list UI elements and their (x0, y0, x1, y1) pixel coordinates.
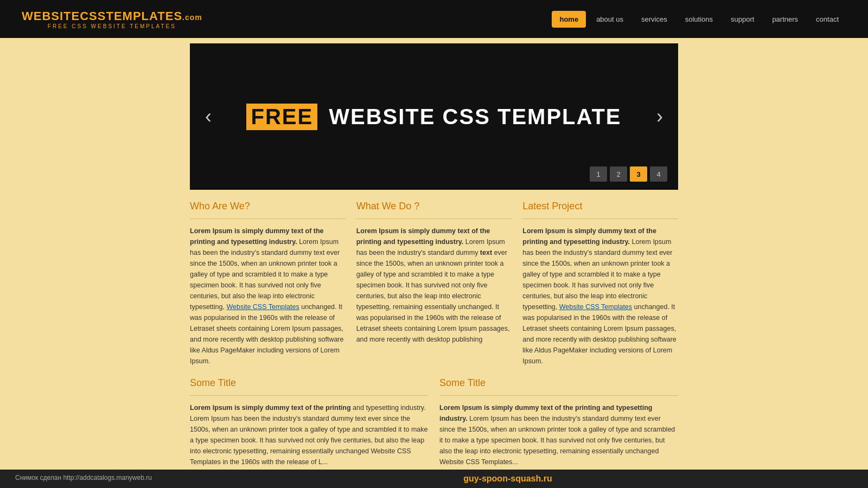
col-link-latest-project[interactable]: Website CSS Templates (559, 303, 632, 311)
col-section-who-are-we: Who Are We?Lorem Ipsum is simply dummy t… (190, 201, 346, 367)
slider-prev-button[interactable]: ‹ (195, 100, 221, 133)
logo-title: WEBSITECSSTEMPLATES.com (22, 9, 202, 23)
slider-free-label: FREE (246, 104, 317, 130)
nav-item-partners[interactable]: partners (764, 11, 806, 28)
slider-dot-4[interactable]: 4 (650, 166, 667, 182)
nav-item-home[interactable]: home (552, 11, 586, 28)
bottom-divider-some-title-1 (190, 395, 429, 396)
bottom-section-some-title-1: Some TitleLorem Ipsum is simply dummy te… (190, 377, 429, 467)
main-wrapper: ‹ FREE WEBSITE CSS TEMPLATE › 1234 Who A… (190, 38, 678, 484)
logo-area: WEBSITECSSTEMPLATES.com FREE CSS WEBSITE… (22, 9, 202, 29)
content-columns: Who Are We?Lorem Ipsum is simply dummy t… (190, 201, 678, 377)
footer-bar: Снимок сделан http://addcatalogs.manyweb… (0, 470, 868, 484)
slider-next-button[interactable]: › (647, 100, 673, 133)
nav-item-contact[interactable]: contact (808, 11, 846, 28)
hero-slider: ‹ FREE WEBSITE CSS TEMPLATE › 1234 (190, 43, 678, 190)
col-text-latest-project: Lorem Ipsum is simply dummy text of the … (522, 226, 678, 367)
col-link-who-are-we[interactable]: Website CSS Templates (226, 303, 299, 311)
footer-center: guy-spoon-squash.ru (463, 474, 552, 483)
nav-item-solutions[interactable]: solutions (678, 11, 720, 28)
slider-dot-1[interactable]: 1 (590, 166, 607, 182)
slider-content: FREE WEBSITE CSS TEMPLATE (246, 104, 621, 130)
slider-dots: 1234 (590, 166, 667, 182)
col-title-who-are-we: Who Are We? (190, 201, 346, 212)
bottom-text-some-title-2: Lorem Ipsum is simply dummy text of the … (439, 402, 678, 467)
slider-heading: FREE WEBSITE CSS TEMPLATE (246, 104, 621, 130)
col-title-what-we-do: What We Do ? (356, 201, 512, 212)
col-section-what-we-do: What We Do ?Lorem Ipsum is simply dummy … (356, 201, 512, 367)
footer-left: Снимок сделан http://addcatalogs.manyweb… (4, 474, 152, 481)
col-text-who-are-we: Lorem Ipsum is simply dummy text of the … (190, 226, 346, 367)
nav-item-about[interactable]: about us (589, 11, 631, 28)
col-divider-who-are-we (190, 219, 346, 219)
slider-heading-rest: WEBSITE CSS TEMPLATE (322, 105, 621, 129)
header: WEBSITECSSTEMPLATES.com FREE CSS WEBSITE… (0, 0, 868, 38)
slider-dot-3[interactable]: 3 (630, 166, 647, 182)
col-divider-what-we-do (356, 219, 512, 219)
col-title-latest-project: Latest Project (522, 201, 678, 212)
main-nav: homeabout usservicessolutionssupportpart… (552, 11, 846, 28)
logo-subtitle: FREE CSS WEBSITE TEMPLATES (22, 23, 202, 29)
col-text-what-we-do: Lorem Ipsum is simply dummy text of the … (356, 226, 512, 345)
col-divider-latest-project (522, 219, 678, 219)
bottom-divider-some-title-2 (439, 395, 678, 396)
slider-dot-2[interactable]: 2 (610, 166, 627, 182)
logo-main: WEBSITECSSTEMPLATES (22, 9, 182, 23)
logo-com: .com (182, 13, 202, 22)
bottom-title-some-title-2: Some Title (439, 377, 678, 389)
bottom-columns: Some TitleLorem Ipsum is simply dummy te… (190, 377, 678, 467)
bottom-text-some-title-1: Lorem Ipsum is simply dummy text of the … (190, 402, 429, 467)
col-section-latest-project: Latest ProjectLorem Ipsum is simply dumm… (522, 201, 678, 367)
bottom-title-some-title-1: Some Title (190, 377, 429, 389)
nav-item-services[interactable]: services (634, 11, 675, 28)
nav-item-support[interactable]: support (723, 11, 762, 28)
bottom-section-some-title-2: Some TitleLorem Ipsum is simply dummy te… (439, 377, 678, 467)
